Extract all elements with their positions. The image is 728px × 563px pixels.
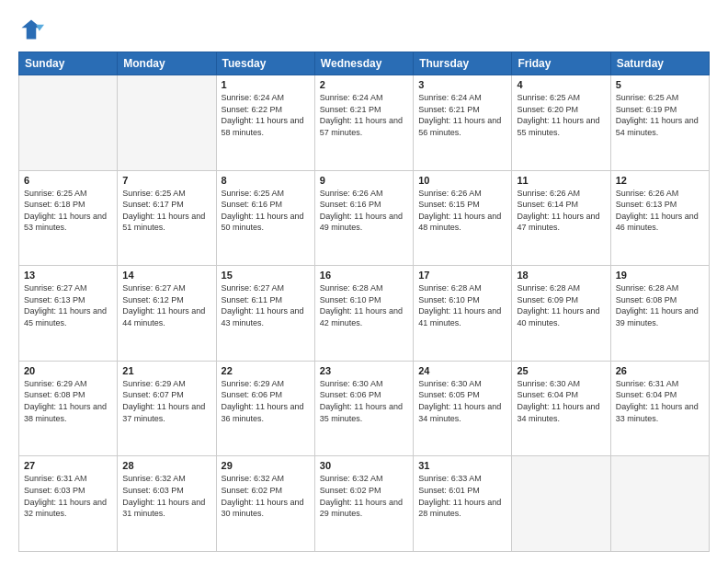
day-info: Sunrise: 6:25 AM Sunset: 6:18 PM Dayligh… bbox=[24, 188, 112, 234]
day-info: Sunrise: 6:28 AM Sunset: 6:08 PM Dayligh… bbox=[616, 282, 704, 328]
day-number: 18 bbox=[517, 270, 605, 281]
day-cell: 21Sunrise: 6:29 AM Sunset: 6:07 PM Dayli… bbox=[118, 361, 216, 456]
day-cell: 3Sunrise: 6:24 AM Sunset: 6:21 PM Daylig… bbox=[414, 75, 512, 171]
day-cell: 2Sunrise: 6:24 AM Sunset: 6:21 PM Daylig… bbox=[314, 75, 413, 171]
day-info: Sunrise: 6:25 AM Sunset: 6:16 PM Dayligh… bbox=[222, 188, 310, 234]
day-info: Sunrise: 6:33 AM Sunset: 6:01 PM Dayligh… bbox=[418, 473, 506, 519]
day-cell: 9Sunrise: 6:26 AM Sunset: 6:16 PM Daylig… bbox=[314, 170, 413, 266]
day-number: 19 bbox=[616, 270, 704, 281]
day-number: 9 bbox=[320, 175, 408, 186]
weekday-thursday: Thursday bbox=[414, 52, 512, 75]
day-number: 27 bbox=[24, 460, 112, 471]
week-row-2: 6Sunrise: 6:25 AM Sunset: 6:18 PM Daylig… bbox=[19, 170, 710, 266]
day-number: 24 bbox=[418, 365, 506, 376]
day-cell bbox=[610, 456, 709, 552]
weekday-wednesday: Wednesday bbox=[314, 52, 413, 75]
day-cell: 1Sunrise: 6:24 AM Sunset: 6:22 PM Daylig… bbox=[216, 75, 314, 171]
day-number: 6 bbox=[24, 175, 112, 186]
day-number: 23 bbox=[320, 365, 408, 376]
day-cell: 28Sunrise: 6:32 AM Sunset: 6:03 PM Dayli… bbox=[118, 456, 216, 552]
day-cell: 7Sunrise: 6:25 AM Sunset: 6:17 PM Daylig… bbox=[118, 170, 216, 266]
day-cell: 14Sunrise: 6:27 AM Sunset: 6:12 PM Dayli… bbox=[118, 266, 216, 362]
day-info: Sunrise: 6:25 AM Sunset: 6:17 PM Dayligh… bbox=[122, 188, 210, 234]
day-info: Sunrise: 6:29 AM Sunset: 6:06 PM Dayligh… bbox=[222, 378, 310, 424]
day-cell: 6Sunrise: 6:25 AM Sunset: 6:18 PM Daylig… bbox=[19, 170, 118, 266]
day-cell: 12Sunrise: 6:26 AM Sunset: 6:13 PM Dayli… bbox=[610, 170, 709, 266]
day-cell bbox=[118, 75, 216, 171]
day-info: Sunrise: 6:24 AM Sunset: 6:21 PM Dayligh… bbox=[320, 92, 408, 138]
day-number: 20 bbox=[24, 365, 112, 376]
day-cell: 25Sunrise: 6:30 AM Sunset: 6:04 PM Dayli… bbox=[512, 361, 610, 456]
day-number: 10 bbox=[418, 175, 506, 186]
day-number: 28 bbox=[122, 460, 210, 471]
day-info: Sunrise: 6:26 AM Sunset: 6:14 PM Dayligh… bbox=[517, 188, 605, 234]
svg-marker-0 bbox=[22, 20, 41, 40]
day-info: Sunrise: 6:30 AM Sunset: 6:04 PM Dayligh… bbox=[517, 378, 605, 424]
day-info: Sunrise: 6:32 AM Sunset: 6:03 PM Dayligh… bbox=[122, 473, 210, 519]
logo bbox=[18, 17, 48, 42]
week-row-3: 13Sunrise: 6:27 AM Sunset: 6:13 PM Dayli… bbox=[19, 266, 710, 362]
day-info: Sunrise: 6:27 AM Sunset: 6:13 PM Dayligh… bbox=[24, 282, 112, 328]
header bbox=[18, 17, 710, 42]
day-number: 29 bbox=[222, 460, 310, 471]
day-cell: 18Sunrise: 6:28 AM Sunset: 6:09 PM Dayli… bbox=[512, 266, 610, 362]
day-number: 16 bbox=[320, 270, 408, 281]
day-cell: 24Sunrise: 6:30 AM Sunset: 6:05 PM Dayli… bbox=[414, 361, 512, 456]
day-cell: 22Sunrise: 6:29 AM Sunset: 6:06 PM Dayli… bbox=[216, 361, 314, 456]
day-number: 30 bbox=[320, 460, 408, 471]
day-number: 2 bbox=[320, 79, 408, 90]
day-cell: 15Sunrise: 6:27 AM Sunset: 6:11 PM Dayli… bbox=[216, 266, 314, 362]
calendar-table: SundayMondayTuesdayWednesdayThursdayFrid… bbox=[18, 52, 710, 552]
day-number: 1 bbox=[222, 79, 310, 90]
day-cell: 27Sunrise: 6:31 AM Sunset: 6:03 PM Dayli… bbox=[19, 456, 118, 552]
day-cell: 17Sunrise: 6:28 AM Sunset: 6:10 PM Dayli… bbox=[414, 266, 512, 362]
weekday-friday: Friday bbox=[512, 52, 610, 75]
weekday-sunday: Sunday bbox=[19, 52, 118, 75]
day-cell: 19Sunrise: 6:28 AM Sunset: 6:08 PM Dayli… bbox=[610, 266, 709, 362]
day-info: Sunrise: 6:32 AM Sunset: 6:02 PM Dayligh… bbox=[320, 473, 408, 519]
day-number: 31 bbox=[418, 460, 506, 471]
day-info: Sunrise: 6:31 AM Sunset: 6:03 PM Dayligh… bbox=[24, 473, 112, 519]
weekday-tuesday: Tuesday bbox=[216, 52, 314, 75]
day-cell: 30Sunrise: 6:32 AM Sunset: 6:02 PM Dayli… bbox=[314, 456, 413, 552]
day-cell: 31Sunrise: 6:33 AM Sunset: 6:01 PM Dayli… bbox=[414, 456, 512, 552]
day-number: 11 bbox=[517, 175, 605, 186]
day-number: 5 bbox=[616, 79, 704, 90]
day-number: 15 bbox=[222, 270, 310, 281]
logo-icon bbox=[18, 17, 44, 42]
day-info: Sunrise: 6:30 AM Sunset: 6:06 PM Dayligh… bbox=[320, 378, 408, 424]
day-number: 25 bbox=[517, 365, 605, 376]
day-info: Sunrise: 6:32 AM Sunset: 6:02 PM Dayligh… bbox=[222, 473, 310, 519]
day-number: 21 bbox=[122, 365, 210, 376]
weekday-header-row: SundayMondayTuesdayWednesdayThursdayFrid… bbox=[19, 52, 710, 75]
day-info: Sunrise: 6:31 AM Sunset: 6:04 PM Dayligh… bbox=[616, 378, 704, 424]
day-cell: 4Sunrise: 6:25 AM Sunset: 6:20 PM Daylig… bbox=[512, 75, 610, 171]
day-number: 17 bbox=[418, 270, 506, 281]
day-number: 4 bbox=[517, 79, 605, 90]
day-number: 14 bbox=[122, 270, 210, 281]
day-cell: 20Sunrise: 6:29 AM Sunset: 6:08 PM Dayli… bbox=[19, 361, 118, 456]
day-cell: 29Sunrise: 6:32 AM Sunset: 6:02 PM Dayli… bbox=[216, 456, 314, 552]
day-info: Sunrise: 6:29 AM Sunset: 6:07 PM Dayligh… bbox=[122, 378, 210, 424]
day-info: Sunrise: 6:28 AM Sunset: 6:10 PM Dayligh… bbox=[418, 282, 506, 328]
day-number: 8 bbox=[222, 175, 310, 186]
day-cell: 23Sunrise: 6:30 AM Sunset: 6:06 PM Dayli… bbox=[314, 361, 413, 456]
day-info: Sunrise: 6:27 AM Sunset: 6:12 PM Dayligh… bbox=[122, 282, 210, 328]
day-number: 26 bbox=[616, 365, 704, 376]
day-info: Sunrise: 6:29 AM Sunset: 6:08 PM Dayligh… bbox=[24, 378, 112, 424]
day-number: 7 bbox=[122, 175, 210, 186]
week-row-5: 27Sunrise: 6:31 AM Sunset: 6:03 PM Dayli… bbox=[19, 456, 710, 552]
page: SundayMondayTuesdayWednesdayThursdayFrid… bbox=[0, 0, 728, 563]
day-cell: 5Sunrise: 6:25 AM Sunset: 6:19 PM Daylig… bbox=[610, 75, 709, 171]
day-cell: 26Sunrise: 6:31 AM Sunset: 6:04 PM Dayli… bbox=[610, 361, 709, 456]
week-row-4: 20Sunrise: 6:29 AM Sunset: 6:08 PM Dayli… bbox=[19, 361, 710, 456]
day-info: Sunrise: 6:26 AM Sunset: 6:16 PM Dayligh… bbox=[320, 188, 408, 234]
day-info: Sunrise: 6:28 AM Sunset: 6:10 PM Dayligh… bbox=[320, 282, 408, 328]
day-info: Sunrise: 6:24 AM Sunset: 6:21 PM Dayligh… bbox=[418, 92, 506, 138]
weekday-saturday: Saturday bbox=[610, 52, 709, 75]
day-cell: 16Sunrise: 6:28 AM Sunset: 6:10 PM Dayli… bbox=[314, 266, 413, 362]
day-info: Sunrise: 6:25 AM Sunset: 6:20 PM Dayligh… bbox=[517, 92, 605, 138]
day-cell: 8Sunrise: 6:25 AM Sunset: 6:16 PM Daylig… bbox=[216, 170, 314, 266]
day-number: 13 bbox=[24, 270, 112, 281]
day-cell bbox=[512, 456, 610, 552]
